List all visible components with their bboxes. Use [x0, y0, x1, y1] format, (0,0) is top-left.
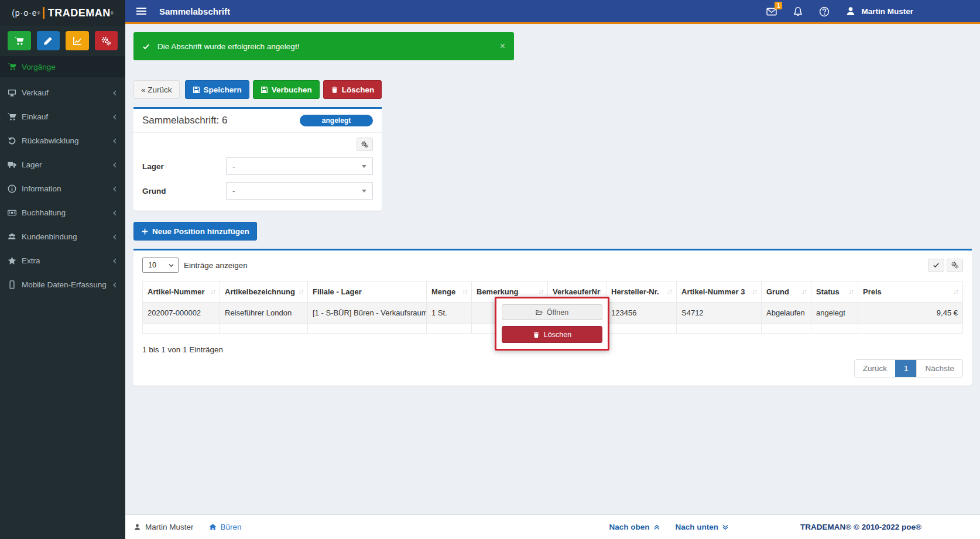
column-header-hersteller-nr[interactable]: ↓↑Hersteller-Nr. [606, 281, 677, 303]
grund-select[interactable]: - [226, 182, 373, 200]
post-button[interactable]: Verbuchen [253, 80, 320, 99]
table-settings-button[interactable] [947, 259, 963, 272]
add-position-button[interactable]: Neue Position hinzufügen [133, 222, 257, 241]
home-icon [209, 523, 217, 531]
context-open-button[interactable]: Öffnen [502, 304, 602, 320]
context-delete-label: Löschen [544, 331, 571, 339]
sammelabschrift-panel: Sammelabschrift: 6 angelegt Lager - [133, 107, 382, 211]
form-row-grund: Grund - [142, 180, 373, 201]
table-apply-button[interactable] [928, 259, 944, 272]
post-button-label: Verbuchen [272, 85, 312, 94]
help-button[interactable] [819, 6, 830, 16]
footer-branch-link[interactable]: Büren [209, 523, 242, 531]
save-button[interactable]: Speichern [185, 80, 249, 99]
info-circle-icon [8, 184, 16, 193]
table-footer-cell [811, 324, 858, 334]
save-icon [193, 86, 200, 94]
sidebar-item-einkauf[interactable]: Einkauf [0, 105, 125, 129]
messages-button[interactable]: 1 [766, 6, 777, 16]
cell-menge: 1 St. [427, 303, 472, 324]
notifications-button[interactable] [793, 6, 803, 16]
panel-body: Lager - Grund - [133, 133, 382, 211]
user-icon [133, 523, 141, 531]
save-icon [261, 86, 268, 94]
sidebar-item-lager[interactable]: Lager [0, 153, 125, 177]
context-delete-button[interactable]: Löschen [502, 326, 602, 343]
action-toolbar: « Zurück Speichern Verbuchen Löschen [133, 80, 972, 99]
user-name: Martin Muster [861, 7, 913, 16]
desktop-icon [8, 88, 16, 97]
column-header-grund[interactable]: ↓↑Grund [762, 281, 811, 303]
column-header-menge[interactable]: ↓↑Menge [427, 281, 472, 303]
cart-icon [15, 36, 24, 46]
panel-settings-button[interactable] [357, 138, 373, 151]
main-area: Sammelabschrift 1 Martin Muster [125, 0, 980, 539]
sidebar-item-information[interactable]: Information [0, 177, 125, 201]
copyright-link[interactable]: TRADEMAN® © 2010-2022 poe® [800, 523, 921, 531]
sort-icon: ↓↑ [953, 287, 958, 296]
trash-icon [533, 331, 540, 338]
column-header-artikel-nummer-3[interactable]: ↓↑Artikel-Nummer 3 [677, 281, 762, 303]
pagination-page-1[interactable]: 1 [895, 360, 917, 377]
quick-settings-button[interactable] [95, 31, 118, 50]
sidebar-item-vorgaenge[interactable]: Vorgänge [0, 56, 125, 77]
table-footer-cell [143, 324, 220, 334]
quick-sale-button[interactable] [8, 31, 31, 50]
quick-stats-button[interactable] [66, 31, 89, 50]
quick-edit-button[interactable] [37, 31, 60, 50]
column-header-filiale-lager[interactable]: Filiale - Lager [308, 281, 427, 303]
scroll-to-bottom-link[interactable]: Nach unten [676, 523, 729, 531]
sort-icon: ↓↑ [667, 287, 671, 296]
sidebar-item-label: Einkauf [22, 112, 48, 121]
cell-artikel-nummer-3: S4712 [677, 303, 762, 324]
cell-artikelbezeichnung: Reiseführer London [220, 303, 308, 324]
table-footer-cell [677, 324, 762, 334]
logo-divider [43, 7, 44, 19]
registered-mark: ® [111, 11, 114, 15]
sidebar-item-extra[interactable]: Extra [0, 249, 125, 273]
sort-icon: ↓↑ [298, 287, 303, 296]
column-header-artikelbezeichnung[interactable]: ↓↑Artikelbezeichnung [220, 281, 308, 303]
brand-logo[interactable]: (p·o·e® TRADEMAN® [0, 0, 125, 26]
panel-title: Sammelabschrift: 6 [142, 115, 228, 126]
sidebar-item-verkauf[interactable]: Verkauf [0, 81, 125, 105]
angles-up-icon [653, 524, 660, 531]
footer-user-name: Martin Muster [145, 523, 194, 531]
scroll-to-top-link[interactable]: Nach oben [609, 523, 660, 531]
check-icon [933, 262, 940, 269]
sidebar-item-mobile-daten-erfassung[interactable]: Mobile Daten-Erfassung [0, 273, 125, 297]
table-footer-cell [220, 324, 308, 334]
question-circle-icon [819, 6, 830, 17]
sidebar-item-rueckabwicklung[interactable]: Rückabwicklung [0, 129, 125, 153]
form-row-lager: Lager - [142, 156, 373, 177]
chevron-left-icon [112, 162, 118, 168]
content-area: Die Abschrift wurde erfolgreich angelegt… [125, 24, 980, 514]
money-icon [8, 208, 16, 217]
user-menu[interactable]: Martin Muster [845, 6, 913, 16]
column-header-status[interactable]: ↓↑Status [811, 281, 858, 303]
back-button[interactable]: « Zurück [133, 80, 180, 99]
pagination-next-button[interactable]: Nächste [916, 360, 962, 377]
alert-close-button[interactable]: × [500, 42, 505, 51]
sidebar-item-label: Verkauf [22, 88, 49, 97]
sidebar-item-buchhaltung[interactable]: Buchhaltung [0, 201, 125, 225]
sort-icon: ↓↑ [210, 287, 215, 296]
pagination-prev-button[interactable]: Zurück [855, 360, 895, 377]
page-size-select[interactable]: 10 [142, 258, 179, 273]
sidebar-item-label: Buchhaltung [22, 208, 66, 217]
table-footer-cell [427, 324, 472, 334]
column-header-artikel-nummer[interactable]: ↓↑Artikel-Nummer [143, 281, 220, 303]
delete-button[interactable]: Löschen [323, 80, 382, 99]
sort-icon: ↓↑ [752, 287, 756, 296]
context-open-label: Öffnen [547, 308, 568, 317]
undo-icon [8, 136, 16, 145]
sidebar-toggle-button[interactable] [131, 2, 151, 20]
cogs-icon [101, 36, 111, 46]
user-icon [845, 6, 856, 16]
page-title: Sammelabschrift [159, 6, 230, 16]
lager-select[interactable]: - [226, 157, 373, 175]
add-position-label: Neue Position hinzufügen [152, 227, 249, 236]
sidebar-item-kundenbindung[interactable]: Kundenbindung [0, 225, 125, 249]
sort-icon: ↓↑ [538, 287, 543, 296]
column-header-preis[interactable]: ↓↑Preis [858, 281, 963, 303]
